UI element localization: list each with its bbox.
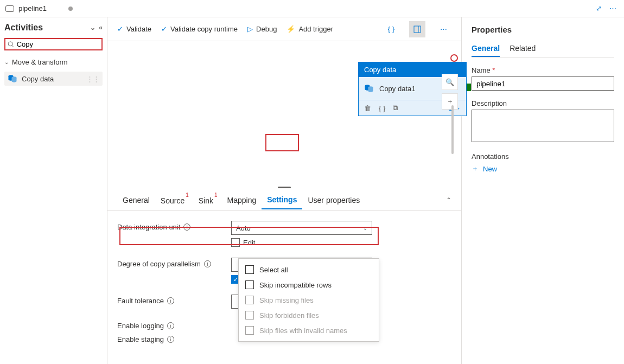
info-icon[interactable]: i: [204, 260, 211, 267]
option-label: Skip incompatible rows: [259, 281, 332, 289]
panel-resize-handle[interactable]: [107, 185, 461, 189]
properties-title: Properties: [472, 25, 614, 34]
tab-settings[interactable]: Settings: [262, 191, 302, 209]
fault-option: Skip files with invalid names: [239, 323, 379, 338]
collapse-panel-icon[interactable]: ⌃: [446, 196, 451, 204]
fault-option: Skip missing files: [239, 292, 379, 308]
svg-rect-4: [414, 26, 421, 33]
option-label: Select all: [259, 266, 288, 274]
checkbox-icon: [245, 265, 254, 274]
activities-sidebar: Activities ⌄ « ⌄ Move & transform Copy d…: [0, 17, 107, 364]
category-label: Move & transform: [12, 58, 68, 66]
option-label: Skip forbidden files: [259, 311, 319, 320]
enable-staging-label: Enable stagingi: [117, 333, 231, 343]
more-icon[interactable]: ⋯: [609, 4, 616, 12]
error-badge: 1: [186, 192, 189, 198]
description-input[interactable]: [472, 110, 614, 142]
enable-logging-label: Enable loggingi: [117, 320, 231, 330]
check-icon: ✓: [161, 25, 167, 33]
validate-button[interactable]: ✓Validate: [117, 25, 151, 33]
play-icon: ▷: [247, 25, 253, 33]
info-icon[interactable]: i: [167, 297, 174, 304]
checkbox-icon: [245, 296, 254, 304]
new-annotation-button[interactable]: ＋New: [472, 164, 614, 174]
search-icon: [8, 41, 15, 48]
pipeline-toolbar: ✓Validate ✓Validate copy runtime ▷Debug …: [107, 17, 461, 41]
diu-label: Data integration uniti: [117, 221, 231, 231]
prop-tab-related[interactable]: Related: [510, 41, 536, 57]
code-view-button[interactable]: { }: [383, 21, 399, 37]
database-icon: [364, 84, 374, 93]
canvas-search-button[interactable]: 🔍: [442, 74, 458, 90]
properties-panel: Properties General Related Name * Descri…: [461, 17, 624, 364]
collapse-left-icon[interactable]: «: [99, 24, 103, 31]
fault-tolerance-label: Fault tolerancei: [117, 295, 231, 305]
activities-search[interactable]: [4, 38, 103, 50]
debug-button[interactable]: ▷Debug: [247, 25, 277, 33]
checkbox-icon: [245, 280, 254, 289]
activity-copy-data[interactable]: Copy data ⋮⋮: [4, 72, 103, 86]
database-icon: [8, 74, 17, 84]
fault-tolerance-dropdown: Select allSkip incompatible rowsSkip mis…: [238, 258, 379, 342]
name-label: Name *: [472, 66, 614, 74]
name-input[interactable]: [472, 76, 614, 91]
diu-select[interactable]: Auto⌄: [231, 221, 372, 235]
dop-label: Degree of copy parallelismi: [117, 258, 231, 268]
info-icon[interactable]: i: [167, 322, 174, 329]
diu-edit-checkbox[interactable]: [231, 238, 240, 247]
check-icon: ✓: [117, 25, 123, 33]
activities-search-input[interactable]: [17, 40, 99, 48]
activities-title: Activities: [4, 23, 43, 33]
unsaved-indicator-icon: [68, 7, 73, 11]
tab-mapping[interactable]: Mapping: [222, 191, 262, 209]
grip-icon: ⋮⋮: [86, 75, 99, 83]
option-label: Skip files with invalid names: [259, 327, 347, 335]
fault-option[interactable]: Select all: [239, 262, 379, 277]
svg-line-1: [12, 45, 14, 47]
collapse-down-icon[interactable]: ⌄: [90, 24, 95, 31]
toolbar-more-button[interactable]: ⋯: [435, 21, 451, 37]
trigger-icon: ⚡: [286, 25, 295, 33]
pipeline-name: pipeline1: [18, 4, 47, 12]
prop-tab-general[interactable]: General: [472, 41, 500, 57]
activity-label: Copy data: [22, 75, 54, 83]
tab-user-properties[interactable]: User properties: [302, 191, 365, 209]
chevron-down-icon: ⌄: [4, 59, 9, 65]
fault-option[interactable]: Skip incompatible rows: [239, 277, 379, 292]
window-actions: ⤢ ⋯: [596, 4, 619, 12]
error-badge: 1: [214, 192, 218, 198]
info-icon[interactable]: i: [167, 336, 174, 343]
canvas-add-button[interactable]: ＋: [442, 93, 458, 110]
breakpoint-icon[interactable]: [450, 54, 458, 62]
checkbox-icon: [245, 326, 254, 335]
activities-heading: Activities ⌄ «: [4, 23, 103, 33]
info-icon[interactable]: i: [183, 223, 190, 231]
option-label: Skip missing files: [259, 296, 314, 304]
expand-icon[interactable]: ⤢: [596, 4, 602, 12]
validate-copy-button[interactable]: ✓Validate copy runtime: [161, 25, 238, 33]
annotations-label: Annotations: [472, 152, 614, 161]
properties-toggle-button[interactable]: [409, 21, 425, 37]
activity-tabs: General Source1 Sink1 Mapping Settings U…: [107, 189, 461, 211]
title-bar: pipeline1 ⤢ ⋯: [0, 0, 624, 17]
pipeline-canvas[interactable]: Copy data Copy data1 🗑 { } ⧉ ⊕→ 🔍 ＋: [107, 41, 461, 185]
tab-source[interactable]: Source1: [155, 191, 193, 209]
zoom-slider[interactable]: [451, 105, 454, 154]
delete-icon[interactable]: 🗑: [364, 104, 371, 112]
node-name: Copy data1: [379, 85, 416, 93]
chevron-down-icon: ⌄: [363, 225, 367, 231]
diu-edit-label: Edit: [243, 239, 255, 247]
category-move-transform[interactable]: ⌄ Move & transform: [4, 58, 103, 66]
pipeline-icon: [5, 5, 14, 12]
plus-icon: ＋: [472, 164, 479, 174]
checkbox-icon: [245, 311, 254, 320]
tab-general[interactable]: General: [117, 191, 155, 209]
fault-option: Skip forbidden files: [239, 308, 379, 323]
output-port[interactable]: [467, 84, 471, 91]
tab-sink[interactable]: Sink1: [193, 191, 222, 209]
code-icon[interactable]: { }: [379, 104, 385, 112]
description-label: Description: [472, 99, 614, 107]
add-trigger-button[interactable]: ⚡Add trigger: [286, 25, 333, 33]
clone-icon[interactable]: ⧉: [393, 104, 398, 112]
